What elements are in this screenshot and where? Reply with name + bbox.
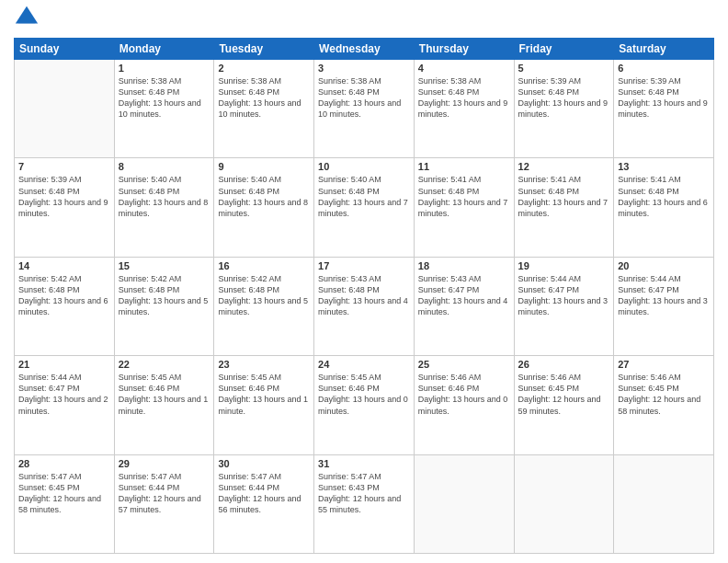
day-header-monday: Monday [114, 39, 214, 60]
calendar-header-row: SundayMondayTuesdayWednesdayThursdayFrid… [15, 39, 714, 60]
calendar-week-5: 28Sunrise: 5:47 AMSunset: 6:45 PMDayligh… [15, 454, 714, 553]
calendar-cell [614, 454, 714, 553]
day-number: 5 [518, 63, 610, 74]
day-info: Sunrise: 5:39 AMSunset: 6:48 PMDaylight:… [518, 75, 610, 121]
day-number: 6 [618, 63, 710, 74]
calendar-cell [514, 454, 614, 553]
day-info: Sunrise: 5:45 AMSunset: 6:46 PMDaylight:… [119, 372, 210, 417]
calendar-cell: 15Sunrise: 5:42 AMSunset: 6:48 PMDayligh… [114, 257, 214, 355]
calendar-cell: 23Sunrise: 5:45 AMSunset: 6:46 PMDayligh… [214, 356, 314, 454]
day-number: 17 [318, 260, 410, 271]
day-info: Sunrise: 5:40 AMSunset: 6:48 PMDaylight:… [119, 174, 210, 219]
day-info: Sunrise: 5:38 AMSunset: 6:48 PMDaylight:… [418, 75, 510, 121]
calendar-cell: 14Sunrise: 5:42 AMSunset: 6:48 PMDayligh… [15, 257, 115, 355]
day-number: 19 [518, 260, 610, 271]
calendar-cell: 3Sunrise: 5:38 AMSunset: 6:48 PMDaylight… [314, 60, 415, 158]
logo [14, 9, 41, 30]
day-info: Sunrise: 5:38 AMSunset: 6:48 PMDaylight:… [318, 75, 410, 121]
day-info: Sunrise: 5:39 AMSunset: 6:48 PMDaylight:… [618, 75, 710, 121]
calendar-week-2: 7Sunrise: 5:39 AMSunset: 6:48 PMDaylight… [15, 158, 714, 257]
day-info: Sunrise: 5:42 AMSunset: 6:48 PMDaylight:… [218, 273, 310, 318]
day-number: 30 [218, 458, 310, 469]
day-number: 14 [18, 260, 110, 271]
day-info: Sunrise: 5:45 AMSunset: 6:46 PMDaylight:… [318, 372, 410, 417]
day-info: Sunrise: 5:40 AMSunset: 6:48 PMDaylight:… [318, 174, 410, 219]
day-header-sunday: Sunday [15, 39, 115, 60]
day-info: Sunrise: 5:47 AMSunset: 6:45 PMDaylight:… [18, 471, 110, 516]
day-info: Sunrise: 5:43 AMSunset: 6:48 PMDaylight:… [318, 273, 410, 318]
day-info: Sunrise: 5:38 AMSunset: 6:48 PMDaylight:… [218, 75, 310, 121]
calendar-cell: 22Sunrise: 5:45 AMSunset: 6:46 PMDayligh… [114, 356, 214, 454]
calendar-cell: 7Sunrise: 5:39 AMSunset: 6:48 PMDaylight… [15, 158, 115, 257]
day-info: Sunrise: 5:45 AMSunset: 6:46 PMDaylight:… [218, 372, 310, 417]
day-header-thursday: Thursday [414, 39, 514, 60]
day-number: 3 [318, 63, 410, 74]
calendar-cell: 21Sunrise: 5:44 AMSunset: 6:47 PMDayligh… [15, 356, 115, 454]
day-info: Sunrise: 5:42 AMSunset: 6:48 PMDaylight:… [119, 273, 210, 318]
day-number: 8 [119, 161, 210, 172]
day-info: Sunrise: 5:44 AMSunset: 6:47 PMDaylight:… [518, 273, 610, 318]
page: SundayMondayTuesdayWednesdayThursdayFrid… [0, 0, 728, 563]
calendar-cell: 4Sunrise: 5:38 AMSunset: 6:48 PMDaylight… [414, 60, 514, 158]
day-info: Sunrise: 5:46 AMSunset: 6:45 PMDaylight:… [618, 372, 710, 417]
calendar-cell: 5Sunrise: 5:39 AMSunset: 6:48 PMDaylight… [514, 60, 614, 158]
calendar-cell: 17Sunrise: 5:43 AMSunset: 6:48 PMDayligh… [314, 257, 415, 355]
calendar-cell [414, 454, 514, 553]
day-number: 12 [518, 161, 610, 172]
day-number: 13 [618, 161, 710, 172]
logo-icon [14, 5, 40, 30]
calendar-cell: 8Sunrise: 5:40 AMSunset: 6:48 PMDaylight… [114, 158, 214, 257]
calendar-cell: 29Sunrise: 5:47 AMSunset: 6:44 PMDayligh… [114, 454, 214, 553]
day-info: Sunrise: 5:47 AMSunset: 6:44 PMDaylight:… [119, 471, 210, 516]
day-number: 2 [218, 63, 310, 74]
calendar-cell [15, 60, 115, 158]
day-header-saturday: Saturday [614, 39, 714, 60]
day-number: 22 [119, 359, 210, 370]
day-number: 7 [18, 161, 110, 172]
day-info: Sunrise: 5:41 AMSunset: 6:48 PMDaylight:… [518, 174, 610, 219]
calendar-cell: 10Sunrise: 5:40 AMSunset: 6:48 PMDayligh… [314, 158, 415, 257]
calendar-cell: 26Sunrise: 5:46 AMSunset: 6:45 PMDayligh… [514, 356, 614, 454]
header [14, 9, 714, 30]
calendar-table: SundayMondayTuesdayWednesdayThursdayFrid… [14, 38, 714, 554]
day-number: 23 [218, 359, 310, 370]
day-info: Sunrise: 5:44 AMSunset: 6:47 PMDaylight:… [18, 372, 110, 417]
day-number: 9 [218, 161, 310, 172]
calendar-cell: 13Sunrise: 5:41 AMSunset: 6:48 PMDayligh… [614, 158, 714, 257]
day-header-friday: Friday [514, 39, 614, 60]
calendar-cell: 27Sunrise: 5:46 AMSunset: 6:45 PMDayligh… [614, 356, 714, 454]
day-number: 21 [18, 359, 110, 370]
day-number: 24 [318, 359, 410, 370]
calendar-cell: 25Sunrise: 5:46 AMSunset: 6:46 PMDayligh… [414, 356, 514, 454]
day-info: Sunrise: 5:47 AMSunset: 6:43 PMDaylight:… [318, 471, 410, 516]
day-number: 27 [618, 359, 710, 370]
day-info: Sunrise: 5:44 AMSunset: 6:47 PMDaylight:… [618, 273, 710, 318]
day-info: Sunrise: 5:46 AMSunset: 6:45 PMDaylight:… [518, 372, 610, 417]
calendar-week-1: 1Sunrise: 5:38 AMSunset: 6:48 PMDaylight… [15, 60, 714, 158]
day-number: 11 [418, 161, 510, 172]
calendar-week-3: 14Sunrise: 5:42 AMSunset: 6:48 PMDayligh… [15, 257, 714, 355]
day-header-wednesday: Wednesday [314, 39, 415, 60]
day-info: Sunrise: 5:41 AMSunset: 6:48 PMDaylight:… [418, 174, 510, 219]
calendar-cell: 11Sunrise: 5:41 AMSunset: 6:48 PMDayligh… [414, 158, 514, 257]
day-header-tuesday: Tuesday [214, 39, 314, 60]
calendar-cell: 18Sunrise: 5:43 AMSunset: 6:47 PMDayligh… [414, 257, 514, 355]
day-number: 31 [318, 458, 410, 469]
calendar-cell: 31Sunrise: 5:47 AMSunset: 6:43 PMDayligh… [314, 454, 415, 553]
day-info: Sunrise: 5:43 AMSunset: 6:47 PMDaylight:… [418, 273, 510, 318]
calendar-cell: 2Sunrise: 5:38 AMSunset: 6:48 PMDaylight… [214, 60, 314, 158]
day-number: 29 [119, 458, 210, 469]
day-number: 16 [218, 260, 310, 271]
calendar-cell: 20Sunrise: 5:44 AMSunset: 6:47 PMDayligh… [614, 257, 714, 355]
calendar-cell: 1Sunrise: 5:38 AMSunset: 6:48 PMDaylight… [114, 60, 214, 158]
calendar-cell: 24Sunrise: 5:45 AMSunset: 6:46 PMDayligh… [314, 356, 415, 454]
calendar-cell: 12Sunrise: 5:41 AMSunset: 6:48 PMDayligh… [514, 158, 614, 257]
calendar-cell: 30Sunrise: 5:47 AMSunset: 6:44 PMDayligh… [214, 454, 314, 553]
day-info: Sunrise: 5:39 AMSunset: 6:48 PMDaylight:… [18, 174, 110, 219]
day-number: 10 [318, 161, 410, 172]
day-number: 1 [119, 63, 210, 74]
day-info: Sunrise: 5:42 AMSunset: 6:48 PMDaylight:… [18, 273, 110, 318]
day-number: 26 [518, 359, 610, 370]
calendar-week-4: 21Sunrise: 5:44 AMSunset: 6:47 PMDayligh… [15, 356, 714, 454]
day-number: 18 [418, 260, 510, 271]
